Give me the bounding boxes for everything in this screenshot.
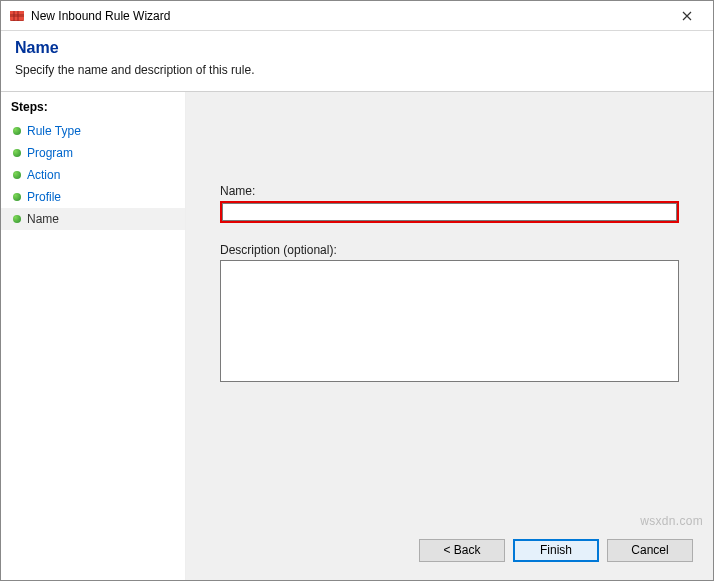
step-program[interactable]: Program <box>1 142 185 164</box>
description-label: Description (optional): <box>220 243 679 257</box>
name-highlight <box>220 201 679 223</box>
wizard-header: Name Specify the name and description of… <box>1 31 713 92</box>
bullet-icon <box>13 127 21 135</box>
button-row: < Back Finish Cancel <box>186 532 713 580</box>
step-profile[interactable]: Profile <box>1 186 185 208</box>
finish-button[interactable]: Finish <box>513 539 599 562</box>
titlebar: New Inbound Rule Wizard <box>1 1 713 31</box>
name-input[interactable] <box>222 203 677 221</box>
step-name[interactable]: Name <box>1 208 185 230</box>
svg-rect-2 <box>10 17 24 20</box>
step-rule-type[interactable]: Rule Type <box>1 120 185 142</box>
steps-sidebar: Steps: Rule Type Program Action Profile … <box>1 92 186 580</box>
bullet-icon <box>13 215 21 223</box>
step-action[interactable]: Action <box>1 164 185 186</box>
step-link[interactable]: Rule Type <box>27 124 81 138</box>
step-label: Name <box>27 212 59 226</box>
svg-rect-1 <box>10 11 24 14</box>
wizard-window: New Inbound Rule Wizard Name Specify the… <box>0 0 714 581</box>
window-title: New Inbound Rule Wizard <box>31 9 170 23</box>
close-icon <box>682 8 692 24</box>
step-link[interactable]: Action <box>27 168 60 182</box>
bullet-icon <box>13 171 21 179</box>
bullet-icon <box>13 149 21 157</box>
step-link[interactable]: Program <box>27 146 73 160</box>
back-button[interactable]: < Back <box>419 539 505 562</box>
page-subtitle: Specify the name and description of this… <box>15 63 699 77</box>
name-label: Name: <box>220 184 679 198</box>
close-button[interactable] <box>667 4 707 28</box>
page-title: Name <box>15 39 699 57</box>
form-area: Name: Description (optional): <box>186 92 713 532</box>
content-pane: Name: Description (optional): wsxdn.com … <box>186 92 713 580</box>
step-link[interactable]: Profile <box>27 190 61 204</box>
bullet-icon <box>13 193 21 201</box>
cancel-button[interactable]: Cancel <box>607 539 693 562</box>
steps-heading: Steps: <box>1 96 185 120</box>
wizard-body: Steps: Rule Type Program Action Profile … <box>1 92 713 580</box>
description-input[interactable] <box>220 260 679 382</box>
firewall-icon <box>9 8 25 24</box>
